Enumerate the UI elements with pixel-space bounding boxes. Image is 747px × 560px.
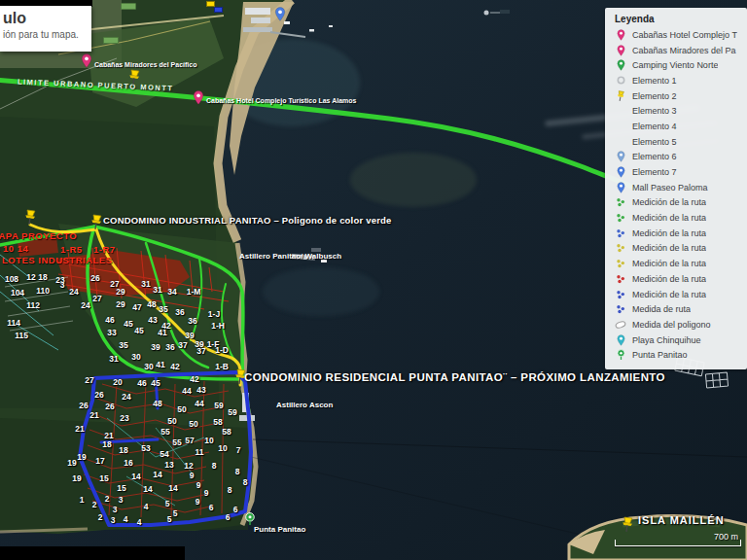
legend-item-label: Camping Viento Norte xyxy=(632,60,718,70)
dots3-icon xyxy=(613,197,628,207)
legend-item-4[interactable]: Elemento 2 xyxy=(605,88,747,104)
pin-icon xyxy=(613,151,628,162)
legend-item-label: Medición de la ruta xyxy=(632,274,706,284)
bottom-black-bar xyxy=(0,546,185,560)
legend-item-7[interactable]: Elemento 5 xyxy=(605,134,747,150)
legend-item-21[interactable]: Punta Panitao xyxy=(605,347,747,363)
tooltip-subtitle: ión para tu mapa. xyxy=(3,29,88,40)
dots3-icon xyxy=(613,274,628,284)
legend-item-19[interactable]: Medida del poligono xyxy=(605,317,747,332)
legend-item-3[interactable]: Elemento 1 xyxy=(605,73,747,88)
pushpin-icon xyxy=(613,90,628,102)
legend-item-label: Medición de la ruta xyxy=(632,197,706,207)
tooltip-title: ulo xyxy=(3,10,88,27)
legend-item-12[interactable]: Medición de la ruta xyxy=(605,210,747,226)
placemark-cabanas-miradores[interactable] xyxy=(81,53,92,68)
legend-item-label: Medición de la ruta xyxy=(632,290,706,299)
placemark-pushpin[interactable] xyxy=(23,209,38,226)
legend-item-18[interactable]: Medida de ruta xyxy=(605,301,747,317)
legend-item-label: Elemento 7 xyxy=(632,167,677,177)
pin-icon xyxy=(613,334,628,346)
legend-item-17[interactable]: Medición de la ruta xyxy=(605,287,747,302)
legend-item-label: Elemento 1 xyxy=(632,76,677,86)
legend-item-5[interactable]: Elemento 3 xyxy=(605,103,747,119)
legend-item-15[interactable]: Medición de la ruta xyxy=(605,256,747,271)
placemark-pushpin[interactable] xyxy=(127,69,142,86)
legend-item-2[interactable]: Camping Viento Norte xyxy=(605,57,747,73)
legend-item-label: Medida de ruta xyxy=(632,304,691,314)
legend-item-label: Elemento 2 xyxy=(632,91,677,101)
legend-item-label: Medición de la ruta xyxy=(632,243,706,253)
legend-item-label: Elemento 6 xyxy=(632,152,677,161)
legend-item-label: Elemento 4 xyxy=(632,122,677,131)
dots3-icon xyxy=(613,213,628,223)
scale-label: 700 m xyxy=(714,532,738,542)
legend-item-label: Punta Panitao xyxy=(632,350,688,360)
road-label-chip xyxy=(121,3,136,10)
legend-item-10[interactable]: Mall Paseo Paloma xyxy=(605,180,747,195)
placemark-pushpin[interactable] xyxy=(233,368,248,385)
legend-item-label: Cabañas Miradores del Pa xyxy=(632,46,736,55)
legend-item-label: Mall Paseo Paloma xyxy=(632,183,708,192)
map-canvas: CONDOMINIO INDUSTRIAL PANITAO – Poligono… xyxy=(0,0,747,560)
road-label-chip xyxy=(103,37,119,44)
pin-icon xyxy=(613,29,628,41)
pin-icon xyxy=(613,59,628,71)
legend-items: Cabañas Hotel Complejo TCabañas Miradore… xyxy=(605,27,747,363)
legend-title: Leyenda xyxy=(605,8,747,27)
legend-item-label: Cabañas Hotel Complejo T xyxy=(632,30,737,40)
legend-item-label: Medición de la ruta xyxy=(632,259,706,268)
legend-item-16[interactable]: Medición de la ruta xyxy=(605,271,747,287)
dotpin-icon xyxy=(613,349,628,361)
scale-tick-right xyxy=(740,540,741,546)
legend-item-label: Medición de la ruta xyxy=(632,228,706,238)
legend-item-9[interactable]: Elemento 7 xyxy=(605,164,747,180)
dots3-icon xyxy=(613,228,628,238)
legend-item-11[interactable]: Medición de la ruta xyxy=(605,195,747,211)
oval-icon xyxy=(613,320,628,330)
pin-icon xyxy=(613,166,628,178)
scale-tick-left xyxy=(615,540,616,546)
legend-item-20[interactable]: Playa Chinquihue xyxy=(605,332,747,348)
scale-line xyxy=(615,545,741,546)
legend-item-6[interactable]: Elemento 4 xyxy=(605,119,747,134)
pin-icon xyxy=(613,182,628,193)
legend-item-label: Medición de la ruta xyxy=(632,213,706,223)
scale-bar: 700 m xyxy=(615,532,741,551)
placemark-pushpin-isla-maillen[interactable] xyxy=(621,516,635,533)
dots3-icon xyxy=(613,243,628,253)
pin-icon xyxy=(613,45,628,56)
placemark-blue[interactable] xyxy=(274,7,286,21)
placemark-cabanas-hotel[interactable] xyxy=(193,90,204,105)
legend-item-14[interactable]: Medición de la ruta xyxy=(605,241,747,257)
legend-item-label: Medida del poligono xyxy=(632,320,711,330)
legend-item-label: Elemento 3 xyxy=(632,106,677,116)
placemark-pushpin[interactable] xyxy=(89,214,104,230)
marker-blue-square[interactable] xyxy=(214,7,223,13)
dots3-icon xyxy=(613,304,628,314)
legend-item-8[interactable]: Elemento 6 xyxy=(605,150,747,165)
legend-item-13[interactable]: Medición de la ruta xyxy=(605,226,747,241)
map-tooltip: ulo ión para tu mapa. xyxy=(0,6,91,52)
dots3-icon xyxy=(613,290,628,299)
legend-item-label: Elemento 5 xyxy=(632,137,677,147)
placemark-punta-panitao[interactable] xyxy=(244,512,256,526)
dots3-icon xyxy=(613,259,628,268)
legend-item-1[interactable]: Cabañas Miradores del Pa xyxy=(605,43,747,58)
circle-icon xyxy=(613,76,628,85)
legend-item-0[interactable]: Cabañas Hotel Complejo T xyxy=(605,27,747,43)
legend-panel: Leyenda Cabañas Hotel Complejo TCabañas … xyxy=(605,8,747,369)
legend-item-label: Playa Chinquihue xyxy=(632,335,701,345)
